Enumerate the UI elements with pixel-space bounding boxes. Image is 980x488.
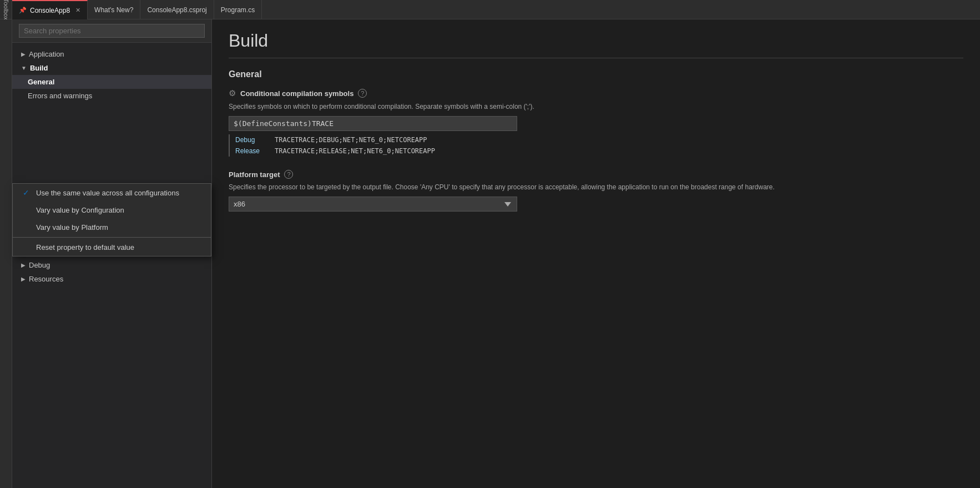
context-menu-separator: [13, 237, 211, 238]
resources-arrow: ▶: [21, 276, 26, 282]
conditional-compilation-description: Specifies symbols on which to perform co…: [229, 102, 963, 112]
debug-arrow: ▶: [21, 262, 26, 268]
sidebar-item-resources[interactable]: ▶ Resources: [12, 272, 211, 286]
config-name-debug: Debug: [235, 136, 266, 144]
reset-label: Reset property to default value: [36, 243, 134, 251]
platform-target-label: Platform target: [229, 170, 280, 179]
conditional-compilation-input[interactable]: [229, 116, 517, 131]
vary-config-label: Vary value by Configuration: [36, 206, 124, 214]
config-name-release: Release: [235, 147, 266, 155]
sidebar-item-debug[interactable]: ▶ Debug: [12, 258, 211, 272]
application-label: Application: [29, 50, 64, 58]
tab-label: ConsoleApp8: [30, 7, 70, 14]
toolbox-strip-tab[interactable]: Toolbox: [0, 0, 12, 19]
conditional-compilation-label: Conditional compilation symbols: [240, 89, 353, 98]
config-row-debug: Debug TRACETRACE;DEBUG;NET;NET6_0;NETCOR…: [235, 134, 963, 145]
properties-panel: ▶ Application ▼ Build General Errors and…: [12, 19, 212, 488]
property-label-row-2: Platform target ?: [229, 170, 963, 179]
nav-tree: ▶ Application ▼ Build General Errors and…: [12, 43, 211, 488]
main-area: ▶ Application ▼ Build General Errors and…: [0, 19, 980, 488]
context-reset[interactable]: Reset property to default value: [13, 239, 211, 256]
platform-target-select[interactable]: Any CPU x86 x64 ARM ARM64: [229, 197, 517, 212]
context-menu: ✓ Use the same value across all configur…: [12, 183, 211, 256]
application-arrow: ▶: [21, 51, 26, 57]
gear-icon[interactable]: ⚙: [229, 88, 236, 98]
tab-programcs[interactable]: Program.cs: [214, 0, 262, 19]
section-header: General: [229, 69, 963, 79]
tab-whatsnew-label: What's New?: [94, 6, 133, 14]
vary-platform-label: Vary value by Platform: [36, 223, 108, 232]
tab-programcs-label: Program.cs: [221, 6, 255, 14]
build-label: Build: [30, 64, 48, 72]
property-label-row-1: ⚙ Conditional compilation symbols ?: [229, 88, 963, 98]
context-vary-config[interactable]: Vary value by Configuration: [13, 202, 211, 219]
config-value-debug: TRACETRACE;DEBUG;NET;NET6_0;NETCOREAPP: [275, 136, 427, 144]
check-icon-same-value: ✓: [22, 188, 31, 197]
toolbox-sidebar: [0, 19, 12, 488]
page-title: Build: [229, 31, 963, 58]
property-platform-target: Platform target ? Specifies the processo…: [229, 170, 963, 212]
sidebar-item-errors-warnings[interactable]: Errors and warnings: [12, 89, 211, 103]
search-bar: [12, 19, 211, 43]
tab-close-icon[interactable]: ✕: [75, 7, 80, 14]
property-conditional-compilation: ⚙ Conditional compilation symbols ? Spec…: [229, 88, 963, 157]
context-vary-platform[interactable]: Vary value by Platform: [13, 219, 211, 236]
errors-warnings-label: Errors and warnings: [28, 92, 92, 100]
same-value-label: Use the same value across all configurat…: [36, 189, 179, 197]
content-area: Build General ⚙ Conditional compilation …: [212, 19, 980, 488]
resources-label: Resources: [29, 275, 63, 283]
tab-csproj-label: ConsoleApp8.csproj: [147, 6, 206, 14]
config-values: Debug TRACETRACE;DEBUG;NET;NET6_0;NETCOR…: [229, 134, 963, 157]
tab-csproj[interactable]: ConsoleApp8.csproj: [140, 0, 214, 19]
tab-consoleapp8[interactable]: 📌 ConsoleApp8 ✕: [12, 0, 88, 19]
platform-target-select-row: Any CPU x86 x64 ARM ARM64: [229, 197, 963, 212]
tab-whatsnew[interactable]: What's New?: [88, 0, 140, 19]
help-icon-platform[interactable]: ?: [284, 170, 293, 179]
tab-bar: Toolbox 📌 ConsoleApp8 ✕ What's New? Cons…: [0, 0, 980, 19]
config-value-release: TRACETRACE;RELEASE;NET;NET6_0;NETCOREAPP: [275, 147, 435, 155]
general-label: General: [28, 78, 54, 86]
context-same-value[interactable]: ✓ Use the same value across all configur…: [13, 184, 211, 202]
toolbox-label: Toolbox: [3, 0, 9, 20]
sidebar-item-build[interactable]: ▼ Build: [12, 61, 211, 75]
sidebar-item-application[interactable]: ▶ Application: [12, 47, 211, 61]
sidebar-item-general[interactable]: General: [12, 75, 211, 89]
config-row-release: Release TRACETRACE;RELEASE;NET;NET6_0;NE…: [235, 145, 963, 157]
help-icon-conditional[interactable]: ?: [358, 89, 367, 98]
build-arrow: ▼: [21, 65, 27, 71]
platform-target-description: Specifies the processor to be targeted b…: [229, 182, 963, 192]
debug-label: Debug: [29, 261, 50, 269]
tab-pin-icon: 📌: [19, 7, 27, 14]
search-input[interactable]: [19, 24, 205, 38]
